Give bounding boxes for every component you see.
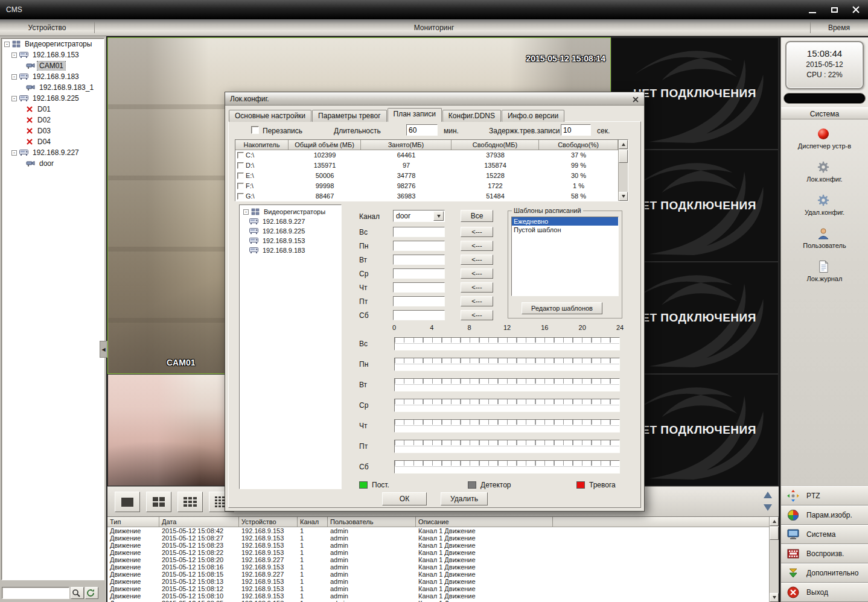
disk-row[interactable]: F:\999989827617221 %	[235, 181, 628, 191]
expand-icon[interactable]: -	[11, 150, 17, 156]
schedule-input-Сб[interactable]	[393, 310, 445, 320]
timeline-bar[interactable]	[394, 460, 620, 474]
expand-icon[interactable]: -	[11, 52, 17, 58]
timeline-bar[interactable]	[394, 358, 620, 371]
scroll-down-button[interactable]	[619, 192, 628, 201]
schedule-input-Пт[interactable]	[393, 296, 445, 306]
close-button[interactable]	[849, 4, 863, 16]
log-row[interactable]: Движение2015-05-12 15:08:23192.168.9.153…	[107, 542, 769, 549]
log-row[interactable]: Движение2015-05-12 15:08:05192.168.9.153…	[107, 600, 769, 602]
log-row[interactable]: Движение2015-05-12 15:08:15192.168.9.227…	[107, 571, 769, 578]
tree-device-item[interactable]: -192.168.9.183	[2, 71, 104, 82]
system-button[interactable]: Лок.журнал	[781, 255, 868, 288]
log-scrollbar[interactable]	[769, 517, 779, 602]
disk-scrollbar[interactable]	[618, 140, 628, 201]
log-row[interactable]: Движение2015-05-12 15:08:13192.168.9.153…	[107, 578, 769, 585]
layout-4-button[interactable]	[146, 492, 171, 512]
tree-device-item[interactable]: -192.168.9.225	[2, 93, 104, 104]
timeline-bar[interactable]	[394, 378, 620, 391]
tree-channel-item[interactable]: door	[2, 158, 104, 169]
minimize-button[interactable]	[805, 4, 820, 16]
expand-icon[interactable]: -	[11, 74, 17, 80]
dialog-tab-5[interactable]: Инфо.о версии	[502, 110, 564, 122]
search-input[interactable]	[2, 587, 69, 599]
dialog-tab-2[interactable]: Параметры тревог	[312, 110, 386, 122]
log-row[interactable]: Движение2015-05-12 15:08:12192.168.9.153…	[107, 585, 769, 592]
tree-channel-item[interactable]: D02	[2, 115, 104, 125]
log-row[interactable]: Движение2015-05-12 15:08:10192.168.9.153…	[107, 592, 769, 600]
log-column-header[interactable]: Канал	[298, 517, 328, 527]
schedule-input-Вс[interactable]	[393, 227, 445, 237]
alarm-delay-input[interactable]	[561, 124, 591, 136]
log-column-header[interactable]: Устройство	[239, 517, 298, 527]
refresh-button[interactable]	[85, 587, 98, 599]
tree-root-item[interactable]: -Видеорегистраторы	[2, 39, 104, 49]
delete-button[interactable]: Удалить	[441, 492, 488, 505]
scroll-up-button[interactable]	[770, 517, 779, 526]
template-item[interactable]: Ежедневно	[512, 217, 618, 226]
log-row[interactable]: Движение2015-05-12 15:08:16192.168.9.153…	[107, 563, 769, 571]
system-button[interactable]: Пользователь	[781, 221, 868, 255]
dropdown-button[interactable]	[433, 211, 444, 221]
tree-channel-item[interactable]: D03	[2, 125, 104, 136]
tree-device-item[interactable]: -192.168.9.227	[2, 147, 104, 158]
action-button[interactable]: PTZ	[781, 486, 868, 505]
disk-column-header[interactable]: Свободно(МБ)	[452, 140, 539, 150]
expand-icon[interactable]: -	[4, 42, 10, 47]
disk-checkbox[interactable]	[237, 152, 244, 159]
action-button[interactable]: Система	[781, 525, 868, 544]
action-button[interactable]: Парам.изобр.	[781, 505, 868, 525]
tree-root-item[interactable]: -Видеорегистраторы	[241, 207, 340, 217]
schedule-input-Чт[interactable]	[393, 282, 445, 293]
copy-template-button[interactable]: <---	[461, 255, 493, 265]
copy-template-button[interactable]: <---	[461, 268, 493, 279]
timeline-bar[interactable]	[394, 337, 620, 350]
disk-column-header[interactable]: Общий объём (МБ)	[289, 140, 361, 150]
scroll-thumb[interactable]	[619, 150, 628, 163]
disk-row[interactable]: C:\102399644613793837 %	[235, 150, 628, 160]
action-button[interactable]: Дополнительно	[781, 563, 868, 583]
log-column-header[interactable]: Тип	[107, 517, 159, 527]
disk-checkbox[interactable]	[237, 183, 244, 189]
expand-icon[interactable]: -	[11, 96, 17, 101]
action-button[interactable]: Выход	[781, 583, 868, 602]
log-column-header[interactable]: Описание	[416, 517, 553, 527]
copy-template-button[interactable]: <---	[461, 241, 493, 251]
maximize-button[interactable]	[827, 4, 841, 16]
tree-channel-item[interactable]: CAM01	[2, 60, 104, 71]
disk-checkbox[interactable]	[237, 173, 244, 179]
disk-column-header[interactable]: Накопитель	[235, 140, 289, 150]
tree-channel-item[interactable]: D01	[2, 104, 104, 115]
dialog-tab-3[interactable]: План записи	[388, 108, 442, 122]
log-column-header[interactable]: Дата	[159, 517, 239, 527]
menu-time[interactable]: Время	[810, 19, 868, 36]
scroll-up-button[interactable]	[619, 140, 628, 149]
timeline-bar[interactable]	[394, 440, 620, 453]
dialog-tab-1[interactable]: Основные настройки	[229, 110, 311, 122]
schedule-input-Вт[interactable]	[393, 255, 445, 265]
disk-checkbox[interactable]	[237, 193, 244, 200]
page-down-button[interactable]	[762, 502, 774, 513]
copy-template-button[interactable]: <---	[461, 227, 493, 237]
copy-template-button[interactable]: <---	[461, 310, 493, 320]
tree-channel-item[interactable]: D04	[2, 136, 104, 147]
timeline-bar[interactable]	[394, 419, 620, 432]
duration-input[interactable]	[406, 124, 438, 136]
disk-row[interactable]: E:\50006347781522830 %	[235, 171, 628, 181]
log-row[interactable]: Движение2015-05-12 15:08:42192.168.9.153…	[107, 527, 769, 534]
tree-channel-item[interactable]: 192.168.9.183_1	[2, 82, 104, 93]
schedule-input-Пн[interactable]	[393, 241, 445, 251]
log-row[interactable]: Движение2015-05-12 15:08:20192.168.9.227…	[107, 556, 769, 563]
disk-column-header[interactable]: Занято(МБ)	[361, 140, 452, 150]
disk-row[interactable]: D:\1359719713587499 %	[235, 160, 628, 171]
disk-row[interactable]: G:\88467369835148458 %	[235, 191, 628, 201]
tree-device-item[interactable]: 192.168.9.227	[241, 217, 340, 226]
template-item[interactable]: Пустой шаблон	[512, 226, 618, 234]
tree-device-item[interactable]: 192.168.9.183	[241, 246, 340, 255]
tree-device-item[interactable]: 192.168.9.153	[241, 236, 340, 246]
tree-device-item[interactable]: 192.168.9.225	[241, 226, 340, 236]
system-button[interactable]: Диспетчер устр-в	[781, 122, 868, 155]
scroll-down-button[interactable]	[770, 593, 779, 602]
layout-1-button[interactable]	[115, 492, 140, 512]
sidebar-collapse-handle[interactable]: ◀	[100, 341, 107, 358]
